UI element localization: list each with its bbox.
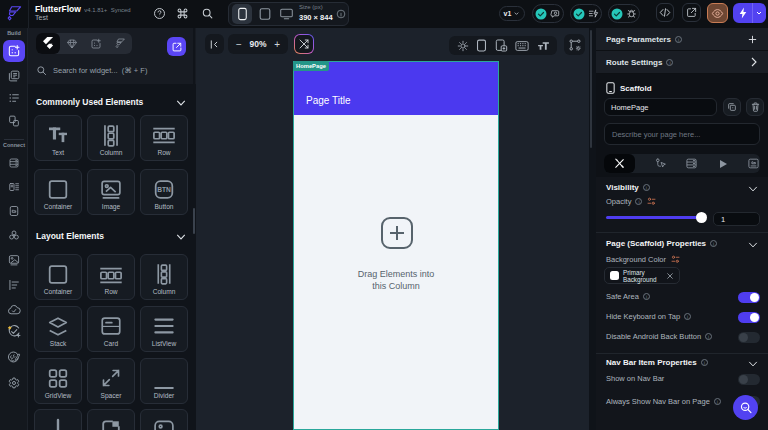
svg-text:BTN: BTN	[157, 186, 171, 193]
